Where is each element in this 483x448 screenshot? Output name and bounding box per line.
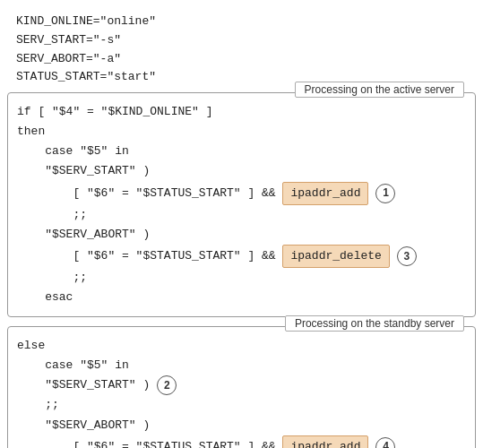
variables-block: KIND_ONLINE="online" SERV_START="-s" SER…	[7, 7, 476, 92]
serv-abort-line: "$SERV_ABORT" )	[17, 225, 466, 245]
standby-server-code: else case "$5" in "$SERV_START" ) 2 ;; "…	[17, 336, 466, 448]
cond2-line: [ "$6" = "$STATUS_START" ] && ipaddr_del…	[17, 245, 466, 268]
serv-start-line-2: "$SERV_START" ) 2	[17, 375, 466, 395]
serv-abort-line-2: "$SERV_ABORT" )	[17, 416, 466, 435]
circle-3: 3	[397, 246, 417, 266]
esac-line-1: esac	[17, 288, 466, 307]
serv-start-line-1: "$SERV_START" )	[17, 161, 466, 181]
var-line-2: SERV_START="-s"	[16, 31, 467, 50]
case-line: case "$5" in	[17, 142, 466, 161]
then-line: then	[17, 122, 466, 142]
if-line: if [ "$4" = "$KIND_ONLINE" ]	[17, 102, 466, 122]
ipaddr-delete-box: ipaddr_delete	[282, 245, 389, 268]
ipaddr-add-4-box: ipaddr_add	[282, 435, 368, 448]
standby-server-label: Processing on the standby server	[285, 315, 464, 332]
else-line: else	[17, 336, 466, 356]
case-line-2: case "$5" in	[17, 356, 466, 375]
cond1-line: [ "$6" = "$STATUS_START" ] && ipaddr_add…	[17, 182, 466, 205]
circle-2: 2	[157, 375, 177, 395]
circle-1: 1	[375, 184, 395, 203]
cond3-line: [ "$6" = "$STATUS_START" ] && ipaddr_add…	[17, 435, 466, 448]
standby-server-section: Processing on the standby server else ca…	[7, 326, 476, 448]
semi1-line: ;;	[17, 205, 466, 225]
semi3-line: ;;	[17, 395, 466, 415]
semi2-line: ;;	[17, 268, 466, 288]
var-line-3: SERV_ABORT="-a"	[16, 50, 467, 69]
var-line-1: KIND_ONLINE="online"	[16, 13, 467, 31]
active-server-section: Processing on the active server if [ "$4…	[7, 92, 476, 317]
active-server-code: if [ "$4" = "$KIND_ONLINE" ] then case "…	[17, 102, 466, 307]
ipaddr-add-1-box: ipaddr_add	[282, 182, 368, 205]
circle-4: 4	[375, 437, 395, 448]
active-server-label: Processing on the active server	[295, 82, 464, 98]
